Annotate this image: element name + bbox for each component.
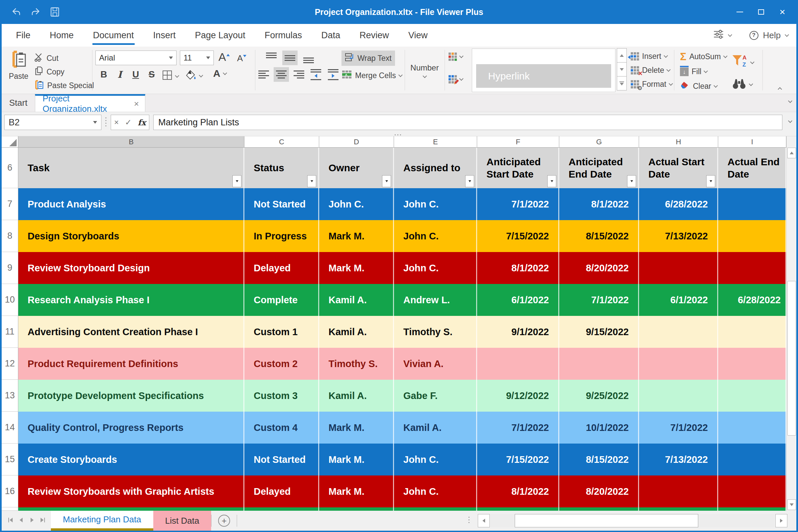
filter-dropdown-button[interactable] [627, 175, 636, 187]
strikethrough-button[interactable]: S [145, 69, 158, 80]
cell[interactable]: Review Storyboards with Graphic Artists [18, 475, 244, 507]
vertical-scrollbar-thumb[interactable] [787, 281, 796, 436]
row-number-15[interactable]: 15 [2, 443, 18, 475]
cell[interactable]: 6/28/2022 [718, 284, 786, 316]
previous-sheet-button[interactable] [18, 516, 25, 525]
header-cell[interactable]: Status [244, 148, 319, 188]
row-number-13[interactable]: 13 [2, 380, 18, 412]
cell[interactable]: 7/13/2022 [639, 220, 718, 252]
undo-icon[interactable] [11, 7, 22, 17]
cell[interactable] [394, 507, 477, 511]
cell[interactable]: Prototype Development Specifications [18, 380, 244, 412]
cell[interactable]: 7/1/2022 [639, 412, 718, 443]
cell[interactable] [639, 316, 718, 348]
menu-item-page-layout[interactable]: Page Layout [185, 24, 255, 46]
filter-dropdown-button[interactable] [307, 175, 316, 187]
align-left-button[interactable] [256, 67, 272, 82]
cell[interactable] [718, 412, 786, 443]
help-menu[interactable]: Help [763, 30, 781, 41]
expand-formula-bar-icon[interactable] [788, 119, 792, 123]
align-bottom-button[interactable] [301, 51, 316, 65]
cell[interactable]: 8/1/2022 [477, 252, 559, 284]
fill-color-button[interactable] [185, 69, 203, 82]
gallery-scroll-up-button[interactable] [617, 48, 627, 62]
filter-dropdown-button[interactable] [547, 175, 556, 187]
cell[interactable]: Mark M. [319, 412, 394, 443]
minimize-button[interactable] [729, 0, 750, 24]
font-color-button[interactable]: A [213, 68, 226, 79]
font-size-select[interactable]: 11 [180, 51, 214, 65]
cell[interactable] [559, 348, 639, 380]
cell[interactable] [18, 507, 244, 511]
cell[interactable]: Not Started [244, 443, 319, 475]
align-center-button[interactable] [274, 67, 289, 82]
menu-item-formulas[interactable]: Formulas [255, 24, 312, 46]
cell[interactable]: 6/1/2022 [639, 284, 718, 316]
header-cell[interactable]: Task [18, 148, 244, 188]
filter-dropdown-button[interactable] [465, 175, 474, 187]
fill-button[interactable]: ↓ Fill [680, 67, 707, 76]
font-name-select[interactable]: Arial [95, 51, 176, 65]
conditional-formatting-button[interactable] [449, 75, 463, 83]
cell[interactable]: 8/1/2022 [559, 188, 639, 220]
scroll-up-button[interactable] [787, 148, 796, 158]
cell[interactable]: Review Storyboard Design [18, 252, 244, 284]
column-header-G[interactable]: G [559, 136, 639, 148]
gallery-more-button[interactable] [617, 76, 627, 91]
vertical-scrollbar[interactable] [786, 136, 796, 511]
column-header-C[interactable]: C [244, 136, 319, 148]
clear-button[interactable]: Clear [680, 80, 717, 92]
cell[interactable]: 7/1/2022 [559, 284, 639, 316]
cell[interactable]: Complete [244, 284, 319, 316]
formula-bar-splitter[interactable] [395, 134, 401, 135]
decrease-indent-button[interactable] [308, 67, 324, 82]
cell[interactable]: Not Started [244, 188, 319, 220]
cell[interactable]: Quality Control, Progress Reports [18, 412, 244, 443]
column-header-D[interactable]: D [319, 136, 394, 148]
row-number-8[interactable]: 8 [2, 220, 18, 252]
cell[interactable] [477, 348, 559, 380]
next-sheet-button[interactable] [28, 516, 36, 525]
bold-button[interactable]: B [97, 69, 111, 80]
header-cell[interactable]: Actual End Date [718, 148, 786, 188]
cell[interactable]: Create Storyboards [18, 443, 244, 475]
hscroll-right-button[interactable] [775, 514, 787, 527]
cell[interactable]: 6/28/2022 [639, 188, 718, 220]
paste-button[interactable]: Paste [7, 50, 30, 81]
row-number-16[interactable]: 16 [2, 475, 18, 507]
row-number-12[interactable]: 12 [2, 348, 18, 380]
cell[interactable]: John C. [394, 475, 477, 507]
cell[interactable]: 9/12/2022 [477, 380, 559, 412]
cell[interactable]: 8/20/2022 [559, 252, 639, 284]
scroll-down-button[interactable] [787, 499, 796, 510]
menu-item-data[interactable]: Data [311, 24, 350, 46]
underline-button[interactable]: U [129, 69, 142, 80]
row-number-10[interactable]: 10 [2, 284, 18, 316]
row-number-partial[interactable] [2, 507, 18, 511]
cell[interactable]: Andrew L. [394, 284, 477, 316]
row-number-11[interactable]: 11 [2, 316, 18, 348]
sheetbar-splitter[interactable] [469, 517, 470, 523]
menu-item-view[interactable]: View [399, 24, 437, 46]
cell[interactable]: John C. [394, 188, 477, 220]
cell[interactable]: Timothy S. [319, 348, 394, 380]
column-header-B[interactable]: B [18, 136, 244, 148]
cell[interactable]: In Progress [244, 220, 319, 252]
cell[interactable]: Product Requirement Definitions [18, 348, 244, 380]
cell[interactable]: 7/1/2022 [477, 188, 559, 220]
sheet-tab-list-data[interactable]: List Data [153, 511, 211, 531]
increase-font-button[interactable]: A [218, 51, 229, 63]
chevron-down-icon[interactable] [785, 33, 789, 37]
cell[interactable]: Mark M. [319, 443, 394, 475]
cell[interactable]: Mark M. [319, 475, 394, 507]
cell[interactable] [718, 188, 786, 220]
cell[interactable] [718, 507, 786, 511]
name-box[interactable]: B2 [4, 115, 101, 130]
sheet-tab-marketing-plan-data[interactable]: Marketing Plan Data [51, 511, 153, 531]
cell[interactable]: Design Storyboards [18, 220, 244, 252]
column-header-H[interactable]: H [639, 136, 718, 148]
sort-filter-button[interactable]: AZ [732, 54, 754, 71]
confirm-entry-button[interactable]: ✓ [125, 118, 132, 127]
add-sheet-button[interactable]: + [218, 515, 230, 527]
header-cell[interactable]: Assigned to [394, 148, 477, 188]
